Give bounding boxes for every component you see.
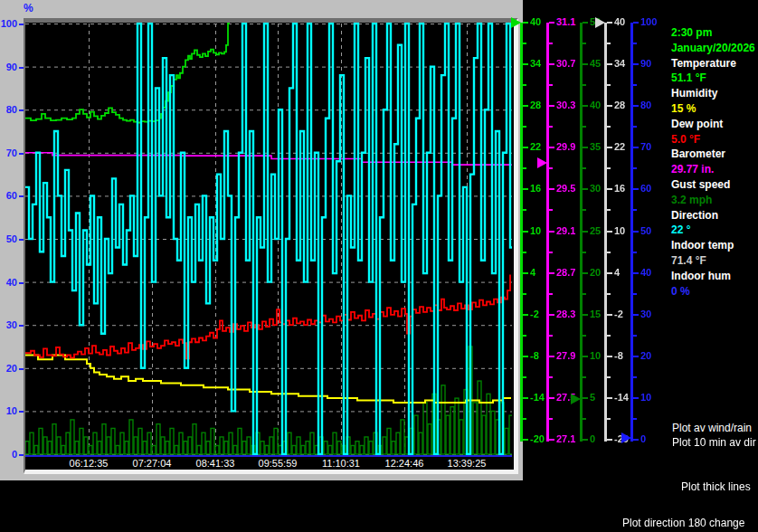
barometer-scale-major-tick [549, 314, 554, 316]
temperature-scale-tick-label: 16 [530, 183, 541, 195]
option-plot-av-wind-rain[interactable]: Plot av wind/rain [672, 422, 752, 434]
gust-speed-scale-minor-tick [583, 209, 586, 211]
reading-humidity-label: Humidity [671, 87, 717, 100]
option-plot-direction-180-change[interactable]: Plot direction 180 change [622, 517, 744, 529]
reading-gust-speed-value: 3.2 mph [671, 194, 712, 206]
indoor-humidity-scale-minor-tick [633, 43, 637, 44]
indoor-humidity-scale-tick-label: 40 [640, 267, 651, 279]
gust-speed-scale-tick-label: 5 [590, 392, 595, 404]
barometer-scale-minor-tick [549, 252, 553, 253]
gust-speed-scale-tick-label: 0 [590, 433, 595, 445]
x-axis-time-label: 12:24:46 [374, 458, 435, 470]
indoor-humidity-scale-tick-label: 30 [640, 309, 651, 320]
temperature-scale-minor-tick [523, 418, 526, 420]
barometer-scale-tick-label: 29.9 [556, 141, 575, 153]
gust-speed-scale-major-tick [583, 63, 588, 65]
indoor-humidity-scale-major-tick [633, 63, 639, 65]
temperature-scale-major-tick [523, 272, 528, 274]
gust-speed-scale-tick-label: 25 [590, 225, 601, 237]
barometer-scale-major-tick [549, 272, 554, 274]
indoor-temp-scale-major-tick [607, 188, 612, 190]
gust-speed-scale-tick-label: 15 [590, 309, 601, 320]
barometer-scale-major-tick [549, 147, 554, 148]
temperature-scale-major-tick [523, 439, 528, 441]
reading-direction-value: 22 ° [671, 223, 690, 236]
gust-speed-scale-major-tick [583, 22, 588, 24]
reading-barometer-value: 29.77 in. [671, 163, 714, 176]
reading-gust-speed-label: Gust speed [671, 178, 730, 191]
option-plot-10min-av-dir[interactable]: Plot 10 min av dir [672, 436, 756, 449]
gust-speed-scale-minor-tick [583, 43, 586, 44]
indoor-humidity-scale-minor-tick [633, 84, 637, 86]
gust-speed-scale-major-tick [583, 105, 588, 107]
gust-speed-scale-minor-tick [583, 167, 586, 169]
plot-frame: 06:12:3507:27:0408:41:3309:55:5911:10:31… [24, 18, 518, 474]
barometer-scale-major-tick [549, 22, 554, 24]
reading-temperature-label: Temperature [671, 57, 736, 70]
x-axis-time-label: 09:55:59 [247, 458, 308, 470]
temperature-scale-major-tick [523, 231, 528, 233]
x-axis-time-label: 11:10:31 [310, 458, 372, 470]
barometer-scale-major-tick [549, 188, 554, 190]
indoor-temp-scale-tick-label: -8 [614, 350, 623, 362]
indoor-humidity-scale-tick-label: 80 [640, 100, 651, 111]
indoor-temp-scale-minor-tick [607, 335, 611, 337]
barometer-scale-minor-tick [549, 209, 553, 211]
gust-speed-scale-minor-tick [583, 252, 586, 253]
indoor-temp-scale-minor-tick [607, 43, 611, 44]
barometer-scale-minor-tick [549, 293, 553, 295]
indoor-humidity-scale-minor-tick [633, 335, 637, 337]
barometer-scale-tick-label: 30.7 [556, 58, 575, 70]
reading-indoor-temp-label: Indoor temp [671, 239, 734, 252]
indoor-temp-scale-major-tick [607, 397, 612, 399]
temperature-scale-tick-label: 40 [530, 16, 541, 28]
barometer-scale-major-tick [549, 397, 554, 399]
indoor-temp-scale-tick-label: 22 [614, 141, 625, 153]
barometer-scale-tick-label: 31.1 [556, 16, 575, 28]
option-plot-thick-lines[interactable]: Plot thick lines [681, 480, 751, 493]
indoor-humidity-scale-tick-label: 0 [640, 433, 646, 445]
indoor-temp-scale-tick-label: -2 [614, 309, 623, 320]
temperature-scale-minor-tick [523, 209, 526, 211]
temperature-scale-tick-label: 22 [530, 141, 541, 153]
left-axis-tick-label: 50 [0, 233, 17, 245]
gust-speed-scale-minor-tick [583, 293, 586, 295]
indoor-humidity-scale-minor-tick [633, 209, 637, 211]
indoor-humidity-scale-minor-tick [633, 418, 637, 420]
barometer-scale-minor-tick [549, 43, 553, 44]
indoor-temp-scale-major-tick [607, 105, 612, 107]
indoor-temp-scale-tick-label: 16 [614, 183, 625, 195]
indoor-temp-scale-minor-tick [607, 376, 611, 378]
x-axis-time-label: 13:39:25 [436, 458, 497, 470]
reading-dew-point-value: 5.0 °F [671, 133, 700, 146]
barometer-scale-minor-tick [549, 376, 553, 378]
x-axis-time-label: 07:27:04 [121, 458, 183, 470]
indoor-temp-scale-major-tick [607, 147, 612, 148]
gust-speed-scale-tick-label: 40 [590, 100, 601, 111]
left-axis-tick-label: 100 [0, 18, 17, 30]
temperature-scale-tick-label: 28 [530, 100, 541, 111]
indoor-temp-scale-major-tick [607, 314, 612, 316]
temperature-scale-tick-label: 34 [530, 58, 541, 70]
indoor-temp-scale-major-tick [607, 231, 612, 233]
barometer-scale-major-tick [549, 439, 554, 441]
indoor-temp-scale-pointer-arrow [595, 17, 605, 28]
temperature-scale-minor-tick [523, 293, 526, 295]
barometer-scale-minor-tick [549, 418, 553, 420]
temperature-scale-major-tick [523, 147, 528, 148]
gust-speed-scale-minor-tick [583, 376, 586, 378]
temperature-scale-tick-label: 10 [530, 225, 541, 237]
reading-indoor-hum-label: Indoor hum [671, 270, 731, 282]
barometer-scale-tick-label: 27.1 [556, 433, 575, 445]
gust-speed-scale-minor-tick [583, 126, 586, 128]
indoor-temp-scale-minor-tick [607, 209, 611, 211]
gust-speed-scale-tick-label: 10 [590, 350, 601, 362]
barometer-scale-tick-label: 27.9 [556, 350, 575, 362]
reading-barometer-label: Barometer [671, 147, 725, 160]
left-axis-unit-label: % [24, 2, 33, 14]
left-axis-tick-label: 70 [0, 147, 17, 159]
temperature-scale-major-tick [523, 22, 528, 24]
indoor-temp-scale-major-tick [607, 63, 612, 65]
temperature-scale-minor-tick [523, 252, 526, 253]
left-axis-tick-label: 40 [0, 277, 17, 289]
